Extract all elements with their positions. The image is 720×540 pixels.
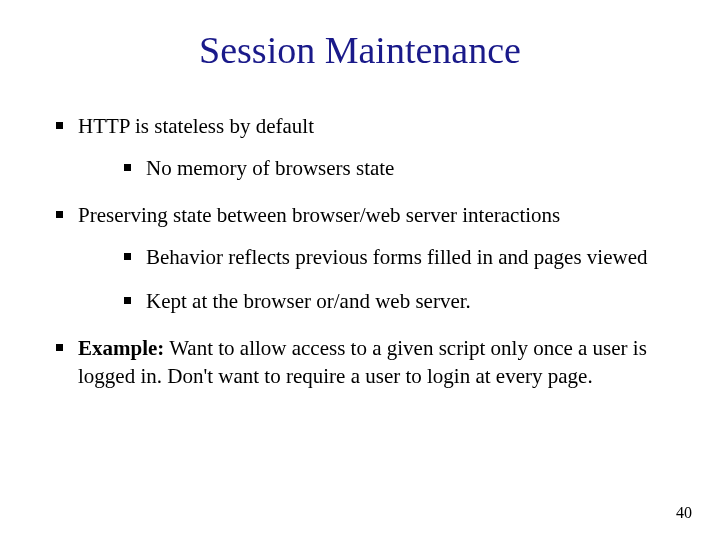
list-item: Example: Want to allow access to a given…	[50, 334, 670, 391]
bullet-text: Behavior reflects previous forms filled …	[146, 245, 648, 269]
sub-list: Behavior reflects previous forms filled …	[118, 243, 670, 316]
page-number: 40	[676, 504, 692, 522]
list-item: Behavior reflects previous forms filled …	[118, 243, 670, 271]
slide: Session Maintenance HTTP is stateless by…	[0, 0, 720, 540]
bullet-text: Kept at the browser or/and web server.	[146, 289, 471, 313]
bullet-list: HTTP is stateless by default No memory o…	[50, 112, 670, 390]
list-item: Preserving state between browser/web ser…	[50, 201, 670, 316]
slide-title: Session Maintenance	[50, 28, 670, 72]
sub-list: No memory of browsers state	[118, 154, 670, 182]
bullet-text: No memory of browsers state	[146, 156, 394, 180]
list-item: HTTP is stateless by default No memory o…	[50, 112, 670, 183]
bullet-text: HTTP is stateless by default	[78, 114, 314, 138]
list-item: Kept at the browser or/and web server.	[118, 287, 670, 315]
bullet-lead: Example:	[78, 336, 164, 360]
bullet-text: Preserving state between browser/web ser…	[78, 203, 560, 227]
bullet-text: Want to allow access to a given script o…	[78, 336, 647, 388]
list-item: No memory of browsers state	[118, 154, 670, 182]
